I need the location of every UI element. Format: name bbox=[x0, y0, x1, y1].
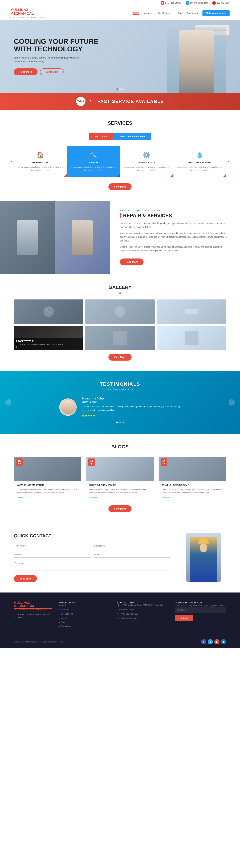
gallery-view-more: View More bbox=[14, 353, 226, 361]
tab-ac[interactable]: AIR CONDITIONING bbox=[113, 133, 151, 140]
hero-content: COOLING YOUR FUTURE WITH TECHNOLOGY Lore… bbox=[0, 27, 112, 86]
newsletter-submit-button[interactable]: Submit bbox=[175, 615, 193, 621]
hero-carousel-dots bbox=[116, 88, 124, 90]
nav-blog[interactable]: Blog bbox=[178, 12, 182, 14]
phone-input[interactable] bbox=[14, 551, 91, 558]
footer-link-gallery: Gallery bbox=[59, 616, 110, 619]
top-bar-info: ⏰ 24/7 Fast Service ✉ info@mullinax.com … bbox=[161, 1, 230, 5]
gallery-section: GALLERY ❄ 🔧 PROJECT TITLE Lorem ipsum is… bbox=[0, 274, 240, 371]
view-more-button[interactable]: View More bbox=[108, 183, 132, 190]
blog-link-3[interactable]: Continue... bbox=[162, 497, 171, 499]
blog-content-3: WHAT IS LOREM IPSUm? Lorem ipsum is simp… bbox=[159, 481, 226, 501]
last-name-input[interactable] bbox=[94, 543, 171, 549]
hero-dot-3[interactable] bbox=[122, 88, 124, 90]
email-input[interactable] bbox=[94, 551, 171, 558]
footer-link-blog: Blog bbox=[59, 621, 110, 623]
phone-icon: 📞 bbox=[212, 1, 216, 5]
gallery-view-more-button[interactable]: View More bbox=[108, 353, 132, 361]
services-grid: ‹ 🏠 RESIDENTIAL Lorem ipsum is simply du… bbox=[14, 146, 226, 177]
blog-image-3: 14 Apr bbox=[159, 457, 226, 481]
blogs-view-more: View More bbox=[14, 505, 226, 512]
footer-link-services-anchor[interactable]: Our Services bbox=[59, 613, 73, 615]
service-repair-desc: Lorem ipsum is simply dummy text of the … bbox=[71, 166, 116, 172]
blogs-view-more-button[interactable]: View More bbox=[108, 505, 132, 512]
twitter-icon[interactable]: t bbox=[208, 639, 213, 644]
blog-link-2[interactable]: Continue... bbox=[89, 497, 98, 499]
contact-us-button[interactable]: Contact us bbox=[40, 68, 63, 75]
blog-desc-1: Lorem ipsum is simply, dummy text the pr… bbox=[17, 488, 78, 494]
service-heating-water-desc: Lorem ipsum is simply dummy text of the … bbox=[177, 166, 222, 172]
nav-contact[interactable]: Contact us bbox=[187, 12, 197, 14]
services-prev-button[interactable]: ‹ bbox=[9, 159, 14, 164]
hero-dot-2[interactable] bbox=[119, 88, 121, 90]
blog-content-1: WHAT IS LOREM IPSUm? Lorem ipsum is simp… bbox=[14, 481, 81, 501]
blog-image-2: 15 Apr bbox=[86, 457, 154, 481]
footer-contact-title: CONTACT INFO bbox=[117, 601, 168, 604]
tab-heating[interactable]: HEATING bbox=[89, 133, 113, 140]
footer-link-home: Home bbox=[59, 604, 110, 607]
service-card-repair: 🔧 REPAIR Lorem ipsum is simply dummy tex… bbox=[67, 146, 120, 177]
gallery-title: GALLERY bbox=[14, 284, 226, 290]
services-tabs: HEATING AIR CONDITIONING bbox=[14, 133, 226, 140]
footer-link-blog-anchor[interactable]: Blog bbox=[59, 621, 65, 623]
gallery-item-3[interactable] bbox=[157, 300, 226, 324]
divider-line-right bbox=[121, 128, 131, 128]
linkedin-icon[interactable]: in bbox=[221, 639, 226, 644]
testimonial-next-button[interactable]: › bbox=[229, 399, 235, 406]
send-now-button[interactable]: Send Now bbox=[14, 575, 37, 582]
hero-buttons: Read More Contact us bbox=[14, 68, 98, 75]
repair-image bbox=[0, 201, 110, 274]
services-title: SERVICES bbox=[14, 120, 226, 126]
quick-contact-image bbox=[181, 533, 226, 582]
youtube-icon[interactable]: ▶ bbox=[214, 639, 219, 644]
blogs-grid: 15 Apr WHAT IS LOREM IPSUm? Lorem ipsum … bbox=[14, 457, 226, 502]
gallery-grid: 🔧 PROJECT TITLE Lorem ipsum is simply du… bbox=[14, 300, 226, 350]
message-textarea[interactable] bbox=[14, 560, 170, 570]
testimonial-prev-button[interactable]: ‹ bbox=[5, 399, 11, 406]
footer-link-services: Our Services bbox=[59, 612, 110, 615]
read-more-button[interactable]: Read More bbox=[14, 68, 37, 75]
nav-about[interactable]: About us bbox=[144, 12, 153, 14]
testimonial-role: Creative Director bbox=[82, 401, 181, 403]
footer: MULLINAX MECHANICAL HEATING AND AIR COND… bbox=[0, 592, 240, 648]
fast-service-banner: 24/7 ↻ FAST SERVICE AVAILABLE bbox=[0, 93, 240, 110]
footer-links-list: Home About us Our Services Gallery Blog … bbox=[59, 604, 110, 627]
gallery-item-5[interactable] bbox=[85, 326, 155, 350]
repair-section: HEATING & AIR CONDITIONING REPAIR & SERV… bbox=[0, 201, 240, 274]
gallery-item-4[interactable]: PROJECT TITLE Lorem ipsum is simply dumm… bbox=[14, 326, 83, 350]
footer-link-home-anchor[interactable]: Home bbox=[59, 604, 66, 607]
nav-services[interactable]: Our Services bbox=[158, 12, 172, 14]
nav-home[interactable]: Home bbox=[133, 11, 139, 15]
testimonials-section: ‹ TESTIMONIALS What Clients say about us… bbox=[0, 371, 240, 434]
gallery-item-1[interactable]: 🔧 bbox=[14, 300, 83, 324]
gallery-item-6[interactable] bbox=[157, 326, 226, 350]
footer-link-contact-anchor[interactable]: Contact us bbox=[59, 625, 71, 627]
blog-image-1: 15 Apr bbox=[14, 457, 81, 481]
newsletter-email-input[interactable] bbox=[175, 607, 226, 613]
form-row-1 bbox=[14, 543, 170, 549]
repair-read-more-button[interactable]: Read More bbox=[120, 258, 144, 266]
services-section: SERVICES HEATING AIR CONDITIONING ‹ 🏠 RE… bbox=[0, 110, 240, 201]
footer-link-gallery-anchor[interactable]: Gallery bbox=[59, 617, 67, 619]
gallery-overlay: PROJECT TITLE Lorem ipsum is simply dumm… bbox=[14, 338, 83, 350]
repair-icon: 🔧 bbox=[71, 151, 116, 159]
footer-brand-col: MULLINAX MECHANICAL HEATING AND AIR COND… bbox=[14, 601, 52, 629]
gallery-item-2[interactable] bbox=[85, 300, 155, 324]
appointment-button[interactable]: Make Appointment bbox=[203, 10, 230, 16]
footer-logo-tagline: HEATING AND AIR CONDITIONING bbox=[14, 608, 52, 611]
first-name-input[interactable] bbox=[14, 543, 91, 549]
phone-label: 📞 123 456 7890 bbox=[212, 1, 230, 5]
testimonial-dot-2[interactable] bbox=[119, 422, 121, 423]
installation-icon: ⚙️ bbox=[124, 151, 169, 159]
hero-dot-1[interactable] bbox=[116, 88, 118, 90]
hero-section: COOLING YOUR FUTURE WITH TECHNOLOGY Lore… bbox=[0, 20, 240, 93]
gallery-overlay-desc: Lorem ipsum is simply dummy type set the… bbox=[16, 343, 81, 345]
testimonial-dot-3[interactable] bbox=[122, 422, 124, 423]
facebook-icon[interactable]: f bbox=[201, 639, 206, 644]
blog-link-1[interactable]: Continue... bbox=[17, 497, 26, 499]
testimonial-dot-1[interactable] bbox=[116, 422, 118, 423]
services-next-button[interactable]: › bbox=[226, 159, 231, 164]
blog-card-2: 15 Apr WHAT IS LOREM IPSUm? Lorem ipsum … bbox=[86, 457, 154, 502]
footer-link-about-anchor[interactable]: About us bbox=[59, 609, 69, 611]
blog-date-badge-1: 15 Apr bbox=[16, 459, 23, 465]
